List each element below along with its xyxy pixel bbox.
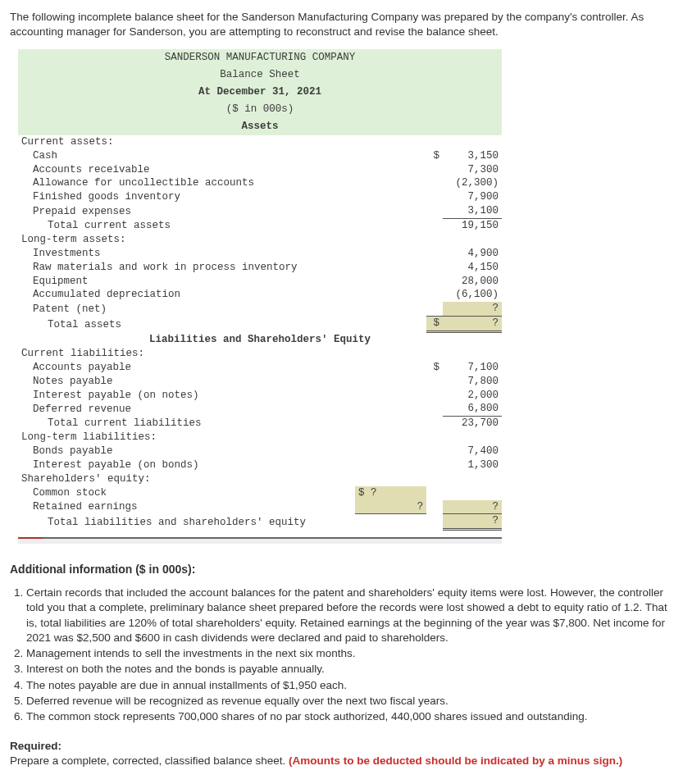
required-red-note: (Amounts to be deducted should be indica… <box>289 754 622 767</box>
report-title: Balance Sheet <box>18 66 502 84</box>
currency-symbol: $ <box>426 361 443 375</box>
val-np: 7,800 <box>443 375 502 389</box>
row-current-assets: Current assets: <box>18 135 355 149</box>
row-np: Notes payable <box>18 375 355 389</box>
val-patent: ? <box>443 302 502 316</box>
currency-question: $ ? <box>355 486 380 500</box>
units-note: ($ in 000s) <box>18 101 502 118</box>
row-ipb: Interest payable (on bonds) <box>18 458 355 472</box>
row-equip: Equipment <box>18 275 355 289</box>
val-tlse: ? <box>443 514 502 530</box>
row-tcl: Total current liabilities <box>18 417 355 431</box>
required-label: Required: <box>10 739 673 754</box>
val-re-col: ? <box>380 500 427 514</box>
currency-symbol: $ <box>426 149 443 163</box>
val-ta: ? <box>443 317 502 332</box>
val-re: ? <box>443 500 502 514</box>
info-item-5: Deferred revenue will be recognized as r… <box>26 694 673 709</box>
row-ipn: Interest payable (on notes) <box>18 389 355 403</box>
row-accdep: Accumulated depreciation <box>18 288 355 302</box>
row-allowance: Allowance for uncollectible accounts <box>18 176 355 190</box>
val-inv: 4,900 <box>443 247 502 261</box>
balance-sheet-table: SANDERSON MANUFACTURING COMPANY Balance … <box>18 49 502 531</box>
row-se: Shareholders' equity: <box>18 472 355 486</box>
row-ta: Total assets <box>18 317 355 332</box>
val-fg: 7,900 <box>443 190 502 204</box>
info-item-4: The notes payable are due in annual inst… <box>26 678 673 693</box>
liab-header: Liabilities and Shareholders' Equity <box>18 332 502 347</box>
val-ipb: 1,300 <box>443 458 502 472</box>
val-accdep: (6,100) <box>443 288 502 302</box>
val-rawwip: 4,150 <box>443 261 502 275</box>
row-ar: Accounts receivable <box>18 163 355 177</box>
row-bp: Bonds payable <box>18 444 355 458</box>
row-cash: Cash <box>18 149 355 163</box>
val-bp: 7,400 <box>443 444 502 458</box>
assets-header: Assets <box>18 118 502 135</box>
val-prepaid: 3,100 <box>443 204 502 218</box>
required-text: Prepare a complete, corrected, classifie… <box>10 754 673 768</box>
val-allowance: (2,300) <box>443 176 502 190</box>
row-fg: Finished goods inventory <box>18 190 355 204</box>
val-ap: 7,100 <box>443 361 502 375</box>
row-inv: Investments <box>18 247 355 261</box>
val-cash: 3,150 <box>443 149 502 163</box>
info-item-6: The common stock represents 700,000 shar… <box>26 709 673 724</box>
val-equip: 28,000 <box>443 275 502 289</box>
row-cs: Common stock <box>18 486 355 500</box>
val-ipn: 2,000 <box>443 389 502 403</box>
row-tca: Total current assets <box>18 219 355 233</box>
val-tcl: 23,700 <box>443 417 502 431</box>
row-cl: Current liabilities: <box>18 347 355 361</box>
val-tca: 19,150 <box>443 219 502 233</box>
row-lta: Long-term assets: <box>18 233 355 247</box>
additional-info-title: Additional information ($ in 000s): <box>10 562 673 577</box>
progress-bar <box>18 537 502 544</box>
row-patent: Patent (net) <box>18 302 355 316</box>
additional-info-list: Certain records that included the accoun… <box>13 586 673 724</box>
row-ap: Accounts payable <box>18 361 355 375</box>
row-prepaid: Prepaid expenses <box>18 204 355 218</box>
val-defrev: 6,800 <box>443 402 502 416</box>
required-instruction: Prepare a complete, corrected, classifie… <box>10 754 289 767</box>
row-tlse: Total liabilities and shareholders' equi… <box>18 514 355 530</box>
row-rawwip: Raw materials and work in process invent… <box>18 261 355 275</box>
row-ltl: Long-term liabilities: <box>18 431 355 444</box>
company-name: SANDERSON MANUFACTURING COMPANY <box>18 49 502 66</box>
report-date: At December 31, 2021 <box>18 84 502 101</box>
row-defrev: Deferred revenue <box>18 402 355 416</box>
info-item-3: Interest on both the notes and the bonds… <box>26 662 673 677</box>
intro-text: The following incomplete balance sheet f… <box>10 10 673 39</box>
currency-symbol: $ <box>426 317 443 332</box>
val-ar: 7,300 <box>443 163 502 177</box>
info-item-1: Certain records that included the accoun… <box>26 586 673 645</box>
info-item-2: Management intends to sell the investmen… <box>26 646 673 661</box>
row-re: Retained earnings <box>18 500 355 514</box>
